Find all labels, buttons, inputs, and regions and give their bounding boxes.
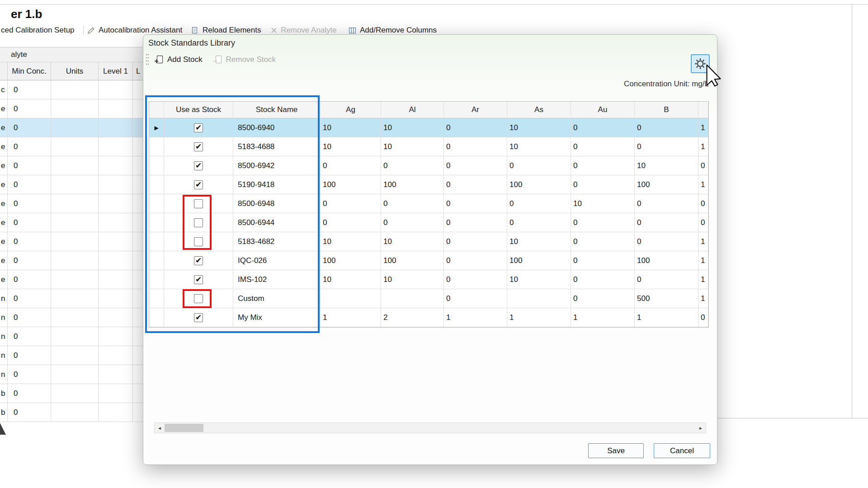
add-stock-button[interactable]: Add Stock: [154, 54, 203, 65]
concentration-cell[interactable]: 0: [444, 194, 507, 213]
concentration-cell[interactable]: 10: [381, 137, 444, 156]
save-button[interactable]: Save: [588, 443, 644, 458]
concentration-cell[interactable]: 0: [321, 156, 381, 175]
use-as-stock-checkbox-unchecked[interactable]: [194, 199, 203, 208]
concentration-cell-partial[interactable]: 1: [698, 175, 708, 194]
stock-table-row[interactable]: 5183-46821010010001: [149, 232, 708, 251]
stock-name-cell[interactable]: Custom: [233, 289, 321, 308]
concentration-cell[interactable]: 0: [571, 251, 635, 270]
scrollbar-thumb[interactable]: [165, 424, 203, 432]
stock-name-cell[interactable]: 8500-6948: [233, 194, 321, 213]
stock-table-row[interactable]: IQC-026100100010001001: [149, 251, 708, 270]
concentration-cell[interactable]: 0: [571, 270, 635, 289]
concentration-cell[interactable]: 0: [635, 137, 698, 156]
concentration-cell[interactable]: 0: [381, 213, 444, 232]
stock-column-header[interactable]: B: [635, 102, 698, 118]
concentration-cell[interactable]: 0: [381, 156, 444, 175]
concentration-cell[interactable]: 0: [381, 194, 444, 213]
concentration-cell[interactable]: 0: [571, 213, 635, 232]
use-as-stock-checkbox-checked[interactable]: [194, 180, 203, 189]
stock-column-header[interactable]: [149, 102, 164, 118]
concentration-cell[interactable]: 10: [381, 270, 444, 289]
stock-table-row[interactable]: 5190-9418100100010001001: [149, 175, 708, 194]
concentration-cell[interactable]: 0: [571, 137, 635, 156]
concentration-cell[interactable]: 100: [321, 175, 381, 194]
scroll-right-icon[interactable]: ►: [696, 423, 706, 433]
stock-table-row[interactable]: My Mix1211110: [149, 308, 708, 327]
concentration-cell-partial[interactable]: 1: [698, 118, 708, 137]
concentration-cell[interactable]: 100: [635, 251, 698, 270]
concentration-cell[interactable]: 10: [381, 118, 444, 137]
concentration-cell-partial[interactable]: 1: [698, 137, 708, 156]
use-as-stock-checkbox-checked[interactable]: [194, 161, 203, 170]
concentration-cell[interactable]: 0: [444, 251, 507, 270]
concentration-cell-partial[interactable]: 1: [698, 251, 708, 270]
concentration-cell[interactable]: 10: [321, 270, 381, 289]
stock-table-row[interactable]: 8500-694200000100: [149, 156, 708, 175]
use-as-stock-checkbox-unchecked[interactable]: [194, 237, 203, 246]
concentration-cell[interactable]: 0: [635, 194, 698, 213]
concentration-cell-partial[interactable]: 0: [698, 308, 708, 327]
concentration-cell[interactable]: 10: [507, 270, 571, 289]
concentration-cell[interactable]: 0: [444, 118, 507, 137]
use-as-stock-checkbox-checked[interactable]: [194, 275, 203, 284]
stock-column-header[interactable]: [698, 102, 708, 118]
stock-name-cell[interactable]: 5190-9418: [233, 175, 321, 194]
use-as-stock-checkbox-checked[interactable]: [194, 123, 203, 132]
concentration-cell[interactable]: 10: [507, 232, 571, 251]
concentration-cell[interactable]: 0: [571, 175, 635, 194]
stock-name-cell[interactable]: 8500-6944: [233, 213, 321, 232]
toolbar-item-ced-calibration-setup[interactable]: ced Calibration Setup: [1, 24, 75, 36]
stock-column-header[interactable]: Use as Stock: [164, 102, 233, 118]
concentration-cell[interactable]: 2: [381, 308, 444, 327]
concentration-cell[interactable]: 500: [635, 289, 698, 308]
concentration-cell[interactable]: 0: [444, 270, 507, 289]
stock-table-row[interactable]: IMS-1021010010001: [149, 270, 708, 289]
stock-column-header[interactable]: Au: [571, 102, 635, 118]
stock-column-header[interactable]: Al: [381, 102, 444, 118]
stock-table-row[interactable]: Custom005001: [149, 289, 708, 308]
concentration-cell[interactable]: [507, 289, 571, 308]
stock-table-row[interactable]: 5183-46881010010001: [149, 137, 708, 156]
concentration-cell[interactable]: 0: [571, 156, 635, 175]
concentration-cell[interactable]: 0: [507, 213, 571, 232]
stock-table-row[interactable]: 8500-694800001000: [149, 194, 708, 213]
concentration-cell[interactable]: 100: [507, 175, 571, 194]
stock-name-cell[interactable]: 8500-6942: [233, 156, 321, 175]
concentration-cell[interactable]: [321, 289, 381, 308]
stock-name-cell[interactable]: IMS-102: [233, 270, 321, 289]
stock-column-header[interactable]: Ar: [444, 102, 507, 118]
stock-column-header[interactable]: Stock Name: [233, 102, 321, 118]
concentration-cell-partial[interactable]: 1: [698, 232, 708, 251]
concentration-cell[interactable]: 10: [321, 118, 381, 137]
concentration-cell[interactable]: 10: [507, 137, 571, 156]
remove-stock-button[interactable]: Remove Stock: [212, 54, 276, 65]
concentration-cell-partial[interactable]: 1: [698, 270, 708, 289]
concentration-cell[interactable]: 0: [635, 232, 698, 251]
concentration-cell[interactable]: 0: [444, 137, 507, 156]
concentration-cell[interactable]: 1: [507, 308, 571, 327]
concentration-cell-partial[interactable]: 0: [698, 194, 708, 213]
scroll-left-icon[interactable]: ◄: [155, 423, 165, 433]
concentration-cell[interactable]: 100: [321, 251, 381, 270]
concentration-cell[interactable]: 0: [444, 175, 507, 194]
stock-name-cell[interactable]: 8500-6940: [233, 118, 321, 137]
concentration-cell[interactable]: 10: [381, 232, 444, 251]
concentration-cell[interactable]: 100: [381, 251, 444, 270]
settings-button[interactable]: [691, 54, 710, 73]
cancel-button[interactable]: Cancel: [654, 443, 710, 458]
concentration-cell[interactable]: 10: [571, 194, 635, 213]
concentration-cell[interactable]: 0: [507, 156, 571, 175]
concentration-cell[interactable]: 0: [444, 289, 507, 308]
concentration-cell-partial[interactable]: 0: [698, 213, 708, 232]
concentration-cell[interactable]: 0: [571, 118, 635, 137]
concentration-cell[interactable]: 0: [444, 213, 507, 232]
concentration-cell[interactable]: 0: [321, 213, 381, 232]
concentration-cell[interactable]: 100: [381, 175, 444, 194]
concentration-cell[interactable]: 1: [444, 308, 507, 327]
concentration-cell[interactable]: 0: [571, 289, 635, 308]
horizontal-scrollbar[interactable]: ◄ ►: [154, 422, 706, 433]
concentration-cell[interactable]: 10: [321, 137, 381, 156]
stock-name-cell[interactable]: My Mix: [233, 308, 321, 327]
concentration-cell[interactable]: 0: [635, 270, 698, 289]
